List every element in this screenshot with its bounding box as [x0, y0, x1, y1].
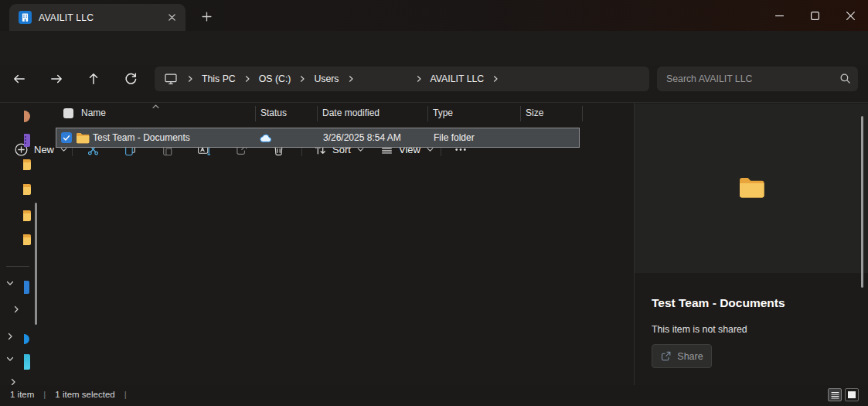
tab-close-icon[interactable]: [162, 9, 181, 27]
navigation-sidebar: [0, 103, 43, 385]
this-pc-icon[interactable]: [24, 281, 29, 294]
sidebar-divider: [6, 266, 29, 267]
preview-folder-icon: [738, 176, 765, 201]
column-divider[interactable]: [582, 106, 583, 121]
onedrive-cloud-icon: [260, 134, 271, 145]
folder-icon: [76, 132, 90, 146]
maximize-icon[interactable]: [797, 0, 832, 31]
organization-building-icon: [19, 11, 32, 24]
sort-ascending-icon: [151, 101, 160, 112]
close-icon[interactable]: [832, 0, 868, 31]
column-header-name[interactable]: Name: [81, 107, 106, 118]
row-type: File folder: [434, 132, 475, 143]
home-icon[interactable]: [24, 111, 30, 122]
row-date-modified: 3/26/2025 8:54 AM: [323, 132, 401, 143]
minimize-icon[interactable]: [761, 0, 797, 31]
details-view-icon[interactable]: [828, 388, 842, 401]
status-bar: 1 item | 1 item selected |: [0, 385, 868, 406]
chevron-right-icon[interactable]: [8, 377, 19, 385]
chevron-right-icon[interactable]: [5, 331, 15, 342]
window-controls: [761, 0, 868, 31]
tab-title: AVAILIT LLC: [39, 12, 155, 23]
select-all-checkbox[interactable]: [63, 108, 73, 118]
row-name: Test Team - Documents: [93, 132, 190, 143]
item-count: 1 item: [10, 390, 34, 399]
share-button[interactable]: Share: [652, 344, 712, 368]
file-explorer-window: AVAILIT LLC: [0, 0, 868, 406]
selection-count: 1 item selected: [55, 390, 114, 399]
navigation-bar: This PC OS (C:) Users AVAILIT LLC: [0, 31, 868, 65]
folder-icon[interactable]: [23, 159, 31, 170]
status-separator: |: [124, 390, 127, 399]
thumbnail-view-icon[interactable]: [845, 388, 859, 401]
share-status-text: This item is not shared: [652, 324, 747, 335]
chevron-down-icon[interactable]: [5, 278, 15, 288]
view-toggles: [828, 388, 859, 401]
drive-icon[interactable]: [24, 354, 30, 370]
title-bar: AVAILIT LLC: [0, 0, 868, 31]
column-divider[interactable]: [317, 106, 318, 121]
onedrive-icon[interactable]: [24, 334, 29, 344]
folder-icon[interactable]: [23, 184, 31, 195]
chevron-right-icon[interactable]: [11, 304, 22, 315]
column-header-type[interactable]: Type: [433, 107, 453, 118]
new-tab-icon[interactable]: [198, 8, 215, 25]
command-toolbar: New Sort: [0, 65, 868, 103]
share-icon: [660, 350, 672, 362]
sidebar-scrollbar[interactable]: [35, 203, 37, 325]
chevron-down-icon[interactable]: [5, 353, 15, 364]
folder-icon[interactable]: [23, 210, 31, 221]
folder-icon[interactable]: [23, 234, 31, 245]
status-separator: |: [43, 390, 46, 399]
table-row[interactable]: Test Team - Documents 3/26/2025 8:54 AM …: [56, 128, 580, 148]
share-button-label: Share: [677, 351, 703, 362]
row-checkbox[interactable]: [61, 132, 72, 143]
column-divider[interactable]: [255, 106, 256, 121]
gallery-icon[interactable]: [24, 134, 30, 147]
column-header-size[interactable]: Size: [526, 107, 543, 118]
column-divider[interactable]: [520, 106, 521, 121]
column-header-date-modified[interactable]: Date modified: [322, 107, 380, 118]
explorer-tab[interactable]: AVAILIT LLC: [9, 4, 186, 31]
details-title: Test Team - Documents: [652, 296, 785, 310]
column-divider[interactable]: [427, 106, 428, 121]
details-pane-scrollbar[interactable]: [861, 116, 863, 288]
column-header-status[interactable]: Status: [260, 107, 287, 118]
